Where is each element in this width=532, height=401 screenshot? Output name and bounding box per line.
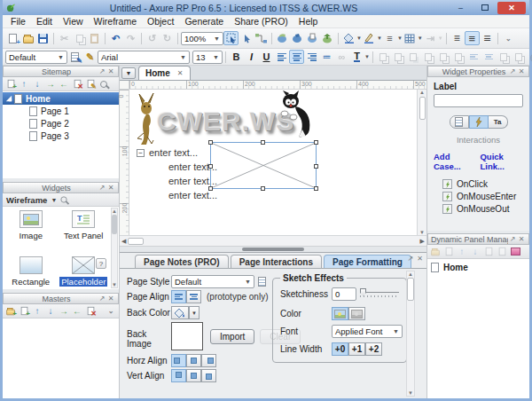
close-panel-icon[interactable]: ✕ — [517, 235, 526, 243]
widget-style-select[interactable]: Default▼ — [5, 51, 67, 64]
scrollbar-thumb[interactable] — [407, 278, 414, 301]
format-painter-icon[interactable]: ✎ — [82, 50, 98, 64]
ungroup-icon[interactable] — [391, 50, 406, 64]
generate-prototype-icon[interactable] — [290, 31, 305, 45]
line-thin-icon[interactable]: ≡ — [450, 31, 465, 45]
tab-formatting[interactable]: Ta — [489, 115, 508, 129]
event-onmouseenter[interactable]: OnMouseEnter — [442, 192, 523, 201]
line-style-icon[interactable]: ≡ — [382, 31, 397, 45]
distribute-horizontal-icon[interactable] — [497, 50, 512, 64]
sitemap-item-page2[interactable]: Page 2 — [3, 117, 119, 130]
panel-splitter[interactable] — [120, 246, 426, 252]
scroll-left-icon[interactable]: ◀ — [121, 238, 126, 245]
move-up-icon[interactable]: ↑ — [456, 246, 468, 257]
resize-handle[interactable] — [208, 186, 213, 191]
search-icon[interactable] — [98, 78, 110, 90]
resize-handle[interactable] — [314, 140, 318, 145]
group-icon[interactable] — [376, 50, 391, 64]
outdent-icon[interactable]: ← — [71, 305, 83, 317]
library-select[interactable]: Wireframe — [6, 195, 47, 205]
select-contained-tool-icon[interactable] — [223, 31, 239, 45]
resize-handle[interactable] — [314, 164, 318, 169]
collapse-node-icon[interactable]: − — [137, 149, 145, 157]
outdent-icon[interactable]: ← — [58, 78, 70, 90]
back-color-dropdown[interactable]: ▼ — [189, 306, 200, 319]
align-right-icon[interactable] — [304, 50, 319, 64]
widget-image[interactable]: Image — [4, 210, 58, 256]
tab-page-formatting[interactable]: Page Formatting — [324, 255, 411, 268]
move-up-icon[interactable]: ↑ — [31, 305, 43, 317]
widget-rectangle[interactable]: Rectangle — [4, 256, 58, 289]
line-width-plus0-button[interactable]: +0 — [332, 342, 348, 356]
undo-checkpoint-icon[interactable]: ↺ — [145, 31, 160, 45]
menu-share[interactable]: Share (PRO) — [229, 16, 293, 27]
scroll-right-icon[interactable]: ▶ — [420, 238, 425, 245]
tab-page-interactions[interactable]: Page Interactions — [231, 255, 322, 268]
menu-file[interactable]: File — [5, 16, 31, 27]
scroll-down-icon[interactable]: ▼ — [112, 282, 117, 287]
float-panel-icon[interactable]: ↗ — [508, 67, 517, 75]
collapse-panel-icon[interactable]: ⌄ — [105, 305, 117, 317]
sketchiness-input[interactable]: 0 — [332, 287, 356, 301]
close-tab-icon[interactable]: ✕ — [177, 69, 184, 77]
menu-help[interactable]: Help — [293, 16, 324, 27]
quick-link-link[interactable]: Quick Link... — [480, 152, 523, 171]
edit-panel-icon[interactable] — [496, 246, 508, 257]
menu-edit[interactable]: Edit — [31, 16, 58, 27]
chevron-down-icon[interactable]: ▼ — [51, 197, 57, 203]
page-style-select[interactable]: Default▼ — [171, 275, 254, 288]
float-panel-icon[interactable]: ↗ — [98, 67, 106, 75]
search-icon[interactable] — [61, 196, 67, 202]
indent-icon[interactable]: → — [44, 78, 57, 90]
add-folder-icon[interactable]: + — [4, 305, 17, 317]
align-objects-left-icon[interactable] — [466, 50, 481, 64]
align-left-icon[interactable] — [274, 50, 289, 64]
line-style-dropdown[interactable]: ▼ — [397, 35, 403, 41]
share-project-icon[interactable] — [320, 31, 335, 45]
zoom-select[interactable]: 100%▼ — [181, 32, 223, 45]
undo-icon[interactable]: ↶ — [108, 31, 123, 45]
help-tooltip-button[interactable]: ? — [96, 258, 106, 269]
distribute-vertical-icon[interactable] — [512, 50, 527, 64]
close-panel-icon[interactable]: ✕ — [417, 255, 423, 263]
toolbar-overflow-icon[interactable]: ⌄ — [501, 31, 516, 45]
select-intersected-tool-icon[interactable] — [239, 31, 254, 45]
page-panel-scrollbar[interactable]: ▲ ▼ — [406, 271, 415, 397]
float-panel-icon[interactable]: ↗ — [508, 235, 517, 243]
menu-view[interactable]: View — [58, 16, 89, 27]
border-style-icon[interactable] — [403, 31, 418, 45]
expander-icon[interactable] — [6, 96, 12, 101]
widget-label-input[interactable] — [434, 94, 523, 107]
float-panel-icon[interactable]: ↗ — [98, 184, 106, 192]
delete-page-icon[interactable]: ✕ — [71, 78, 83, 90]
scroll-up-icon[interactable]: ▲ — [112, 208, 117, 214]
design-canvas[interactable]: CWER.WS — [129, 90, 417, 235]
float-panel-icon[interactable]: ↗ — [98, 295, 106, 303]
arrow-style-icon[interactable]: ⇥ — [423, 31, 438, 45]
lock-icon[interactable]: ◉ — [527, 50, 532, 64]
widgets-scrollbar[interactable]: ▲▼ — [111, 208, 118, 288]
font-size-select[interactable]: 13▼ — [192, 51, 223, 64]
connector-tool-icon[interactable] — [254, 31, 269, 45]
underline-icon[interactable]: U — [259, 50, 274, 64]
generate-specification-icon[interactable] — [305, 31, 320, 45]
float-panel-icon[interactable]: ↗ — [408, 255, 414, 263]
tree-node[interactable]: − enter text... — [137, 145, 217, 160]
sketch-font-select[interactable]: Applied Font▼ — [332, 325, 403, 338]
resize-handle[interactable] — [208, 140, 213, 145]
arrow-style-dropdown[interactable]: ▼ — [438, 35, 443, 41]
add-master-icon[interactable]: + — [18, 305, 30, 317]
dpm-item-home[interactable]: Home — [427, 261, 529, 273]
delete-state-icon[interactable] — [442, 246, 455, 257]
indent-icon[interactable]: → — [58, 305, 70, 317]
move-down-icon[interactable]: ↓ — [469, 246, 481, 257]
menu-wireframe[interactable]: Wireframe — [89, 16, 142, 27]
widget-text-panel[interactable]: T Text Panel — [58, 210, 111, 256]
font-select[interactable]: Arial▼ — [98, 51, 190, 64]
preview-icon[interactable] — [275, 31, 290, 45]
add-state-icon[interactable] — [429, 246, 442, 257]
menu-object[interactable]: Object — [142, 16, 179, 27]
line-width-plus2-button[interactable]: +2 — [365, 342, 382, 356]
resize-handle[interactable] — [261, 140, 265, 145]
page-align-center-button[interactable] — [186, 290, 201, 303]
